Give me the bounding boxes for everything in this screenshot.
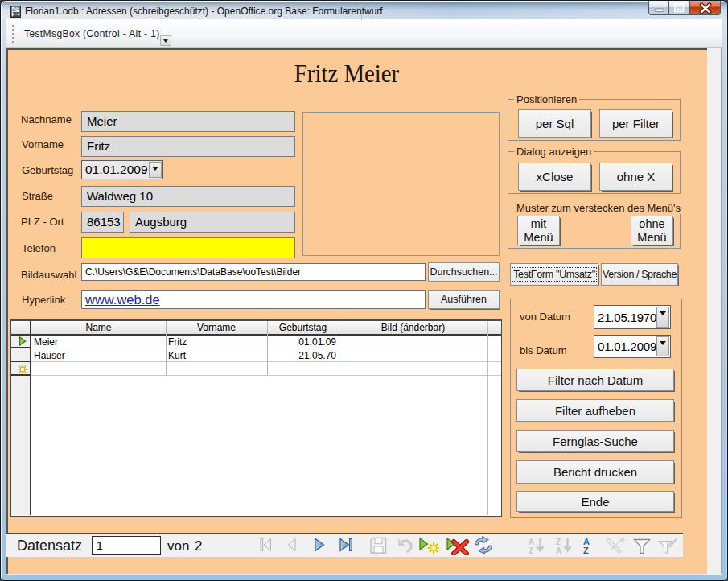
svg-text:A: A [556,546,561,555]
svg-text:Z: Z [556,538,561,546]
svg-text:Z: Z [529,546,533,555]
svg-text:Z: Z [583,546,589,555]
svg-text:A: A [529,538,534,546]
